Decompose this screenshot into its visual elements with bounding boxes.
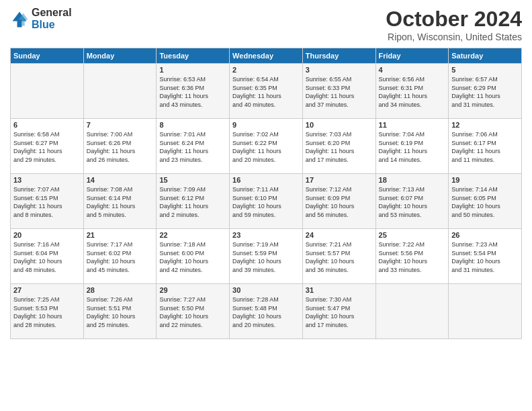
day-number: 15 [159, 176, 226, 184]
day-number: 26 [451, 231, 519, 239]
logo-icon [10, 9, 29, 28]
day-number: 16 [232, 176, 300, 184]
calendar-cell: 18Sunrise: 7:13 AM Sunset: 6:07 PM Dayli… [375, 174, 449, 229]
day-number: 3 [306, 66, 373, 74]
day-number: 30 [232, 286, 300, 294]
day-number: 5 [451, 66, 519, 74]
calendar-cell [375, 284, 449, 339]
day-info: Sunrise: 7:03 AM Sunset: 6:20 PM Dayligh… [306, 130, 373, 164]
calendar-cell: 6Sunrise: 6:58 AM Sunset: 6:27 PM Daylig… [11, 119, 84, 174]
calendar-cell: 30Sunrise: 7:28 AM Sunset: 5:48 PM Dayli… [230, 284, 303, 339]
calendar-cell: 9Sunrise: 7:02 AM Sunset: 6:22 PM Daylig… [230, 119, 303, 174]
day-info: Sunrise: 7:18 AM Sunset: 6:00 PM Dayligh… [159, 240, 226, 274]
day-number: 29 [159, 286, 226, 294]
calendar-cell: 20Sunrise: 7:16 AM Sunset: 6:04 PM Dayli… [11, 229, 84, 284]
calendar-cell: 26Sunrise: 7:23 AM Sunset: 5:54 PM Dayli… [449, 229, 522, 284]
calendar-cell: 16Sunrise: 7:11 AM Sunset: 6:10 PM Dayli… [230, 174, 303, 229]
day-number: 11 [379, 121, 446, 129]
day-info: Sunrise: 7:19 AM Sunset: 5:59 PM Dayligh… [232, 240, 300, 274]
day-info: Sunrise: 7:25 AM Sunset: 5:53 PM Dayligh… [13, 295, 81, 329]
location: Ripon, Wisconsin, United States [386, 32, 522, 42]
day-number: 2 [232, 66, 300, 74]
day-number: 6 [13, 121, 81, 129]
day-info: Sunrise: 7:16 AM Sunset: 6:04 PM Dayligh… [13, 240, 81, 274]
calendar-cell: 13Sunrise: 7:07 AM Sunset: 6:15 PM Dayli… [11, 174, 84, 229]
col-tuesday: Tuesday [157, 48, 230, 64]
day-number: 12 [451, 121, 519, 129]
day-info: Sunrise: 7:07 AM Sunset: 6:15 PM Dayligh… [13, 185, 81, 219]
calendar-cell: 7Sunrise: 7:00 AM Sunset: 6:26 PM Daylig… [83, 119, 157, 174]
col-friday: Friday [375, 48, 449, 64]
calendar-cell: 11Sunrise: 7:04 AM Sunset: 6:19 PM Dayli… [375, 119, 449, 174]
calendar-cell: 25Sunrise: 7:22 AM Sunset: 5:56 PM Dayli… [375, 229, 449, 284]
day-number: 10 [306, 121, 373, 129]
day-info: Sunrise: 7:01 AM Sunset: 6:24 PM Dayligh… [159, 130, 226, 164]
calendar-cell: 12Sunrise: 7:06 AM Sunset: 6:17 PM Dayli… [449, 119, 522, 174]
day-info: Sunrise: 7:26 AM Sunset: 5:51 PM Dayligh… [87, 295, 154, 329]
day-info: Sunrise: 6:58 AM Sunset: 6:27 PM Dayligh… [13, 130, 81, 164]
day-info: Sunrise: 7:06 AM Sunset: 6:17 PM Dayligh… [451, 130, 519, 164]
calendar-cell: 3Sunrise: 6:55 AM Sunset: 6:33 PM Daylig… [302, 64, 375, 119]
calendar-cell: 21Sunrise: 7:17 AM Sunset: 6:02 PM Dayli… [83, 229, 157, 284]
calendar-cell: 23Sunrise: 7:19 AM Sunset: 5:59 PM Dayli… [230, 229, 303, 284]
day-number: 4 [379, 66, 446, 74]
logo: General Blue [10, 7, 72, 30]
day-number: 7 [87, 121, 154, 129]
calendar-cell [11, 64, 84, 119]
day-info: Sunrise: 7:04 AM Sunset: 6:19 PM Dayligh… [379, 130, 446, 164]
day-number: 14 [87, 176, 154, 184]
col-monday: Monday [83, 48, 157, 64]
day-info: Sunrise: 6:55 AM Sunset: 6:33 PM Dayligh… [306, 75, 373, 109]
day-info: Sunrise: 7:13 AM Sunset: 6:07 PM Dayligh… [379, 185, 446, 219]
calendar-cell: 10Sunrise: 7:03 AM Sunset: 6:20 PM Dayli… [302, 119, 375, 174]
calendar-cell: 15Sunrise: 7:09 AM Sunset: 6:12 PM Dayli… [157, 174, 230, 229]
logo-text: General Blue [32, 7, 72, 30]
calendar: Sunday Monday Tuesday Wednesday Thursday… [10, 48, 522, 339]
day-number: 19 [451, 176, 519, 184]
day-number: 24 [306, 231, 373, 239]
day-info: Sunrise: 7:09 AM Sunset: 6:12 PM Dayligh… [159, 185, 226, 219]
day-number: 31 [306, 286, 373, 294]
day-number: 27 [13, 286, 81, 294]
calendar-cell [449, 284, 522, 339]
day-info: Sunrise: 7:28 AM Sunset: 5:48 PM Dayligh… [232, 295, 300, 329]
day-number: 23 [232, 231, 300, 239]
day-number: 22 [159, 231, 226, 239]
col-sunday: Sunday [11, 48, 84, 64]
calendar-cell: 27Sunrise: 7:25 AM Sunset: 5:53 PM Dayli… [11, 284, 84, 339]
col-wednesday: Wednesday [230, 48, 303, 64]
header: General Blue October 2024 Ripon, Wiscons… [10, 7, 522, 42]
day-info: Sunrise: 7:21 AM Sunset: 5:57 PM Dayligh… [306, 240, 373, 274]
calendar-cell: 19Sunrise: 7:14 AM Sunset: 6:05 PM Dayli… [449, 174, 522, 229]
day-number: 28 [87, 286, 154, 294]
day-number: 1 [159, 66, 226, 74]
day-info: Sunrise: 6:56 AM Sunset: 6:31 PM Dayligh… [379, 75, 446, 109]
day-info: Sunrise: 7:02 AM Sunset: 6:22 PM Dayligh… [232, 130, 300, 164]
day-info: Sunrise: 7:08 AM Sunset: 6:14 PM Dayligh… [87, 185, 154, 219]
calendar-cell: 28Sunrise: 7:26 AM Sunset: 5:51 PM Dayli… [83, 284, 157, 339]
logo-blue: Blue [32, 19, 72, 31]
day-info: Sunrise: 6:57 AM Sunset: 6:29 PM Dayligh… [451, 75, 519, 109]
title-section: October 2024 Ripon, Wisconsin, United St… [386, 7, 522, 42]
day-info: Sunrise: 7:11 AM Sunset: 6:10 PM Dayligh… [232, 185, 300, 219]
calendar-cell: 4Sunrise: 6:56 AM Sunset: 6:31 PM Daylig… [375, 64, 449, 119]
day-number: 18 [379, 176, 446, 184]
page: General Blue October 2024 Ripon, Wiscons… [0, 0, 532, 411]
calendar-cell: 1Sunrise: 6:53 AM Sunset: 6:36 PM Daylig… [157, 64, 230, 119]
day-number: 25 [379, 231, 446, 239]
calendar-cell: 24Sunrise: 7:21 AM Sunset: 5:57 PM Dayli… [302, 229, 375, 284]
day-info: Sunrise: 6:54 AM Sunset: 6:35 PM Dayligh… [232, 75, 300, 109]
day-info: Sunrise: 7:00 AM Sunset: 6:26 PM Dayligh… [87, 130, 154, 164]
day-number: 13 [13, 176, 81, 184]
day-info: Sunrise: 7:12 AM Sunset: 6:09 PM Dayligh… [306, 185, 373, 219]
month-title: October 2024 [386, 7, 522, 32]
calendar-cell: 8Sunrise: 7:01 AM Sunset: 6:24 PM Daylig… [157, 119, 230, 174]
calendar-cell: 2Sunrise: 6:54 AM Sunset: 6:35 PM Daylig… [230, 64, 303, 119]
logo-general: General [32, 7, 72, 19]
day-number: 8 [159, 121, 226, 129]
day-info: Sunrise: 7:23 AM Sunset: 5:54 PM Dayligh… [451, 240, 519, 274]
day-number: 21 [87, 231, 154, 239]
calendar-cell: 29Sunrise: 7:27 AM Sunset: 5:50 PM Dayli… [157, 284, 230, 339]
day-info: Sunrise: 7:30 AM Sunset: 5:47 PM Dayligh… [306, 295, 373, 329]
calendar-cell: 31Sunrise: 7:30 AM Sunset: 5:47 PM Dayli… [302, 284, 375, 339]
